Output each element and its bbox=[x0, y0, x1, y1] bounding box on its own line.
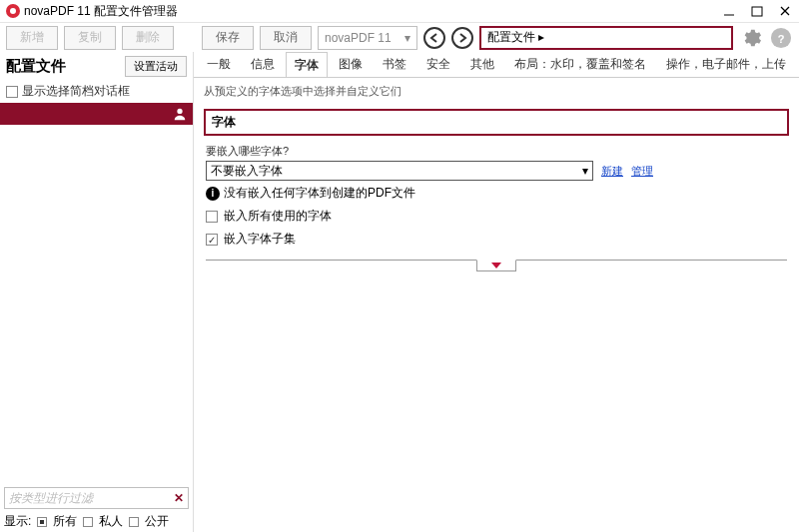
copy-button[interactable]: 复制 bbox=[64, 26, 116, 50]
section-divider bbox=[206, 260, 787, 273]
maximize-button[interactable] bbox=[749, 3, 765, 19]
chevron-down-icon: ▾ bbox=[404, 31, 410, 45]
info-icon: i bbox=[206, 187, 220, 201]
opt-private-radio[interactable] bbox=[83, 517, 93, 527]
svg-rect-1 bbox=[752, 7, 762, 16]
settings-gear-icon[interactable] bbox=[739, 26, 763, 50]
show-dialog-checkbox[interactable] bbox=[6, 86, 18, 98]
link-new[interactable]: 新建 bbox=[601, 164, 623, 179]
app-icon bbox=[6, 4, 20, 18]
tab-layout[interactable]: 布局：水印，覆盖和签名 bbox=[505, 52, 655, 77]
chevron-down-icon: ▾ bbox=[582, 164, 588, 178]
tab-info[interactable]: 信息 bbox=[242, 52, 284, 77]
set-active-button[interactable]: 设置活动 bbox=[125, 56, 187, 77]
tab-general[interactable]: 一般 bbox=[198, 52, 240, 77]
profile-dropdown[interactable]: novaPDF 11 ▾ bbox=[318, 26, 417, 50]
new-button[interactable]: 新增 bbox=[6, 26, 58, 50]
nav-back-button[interactable] bbox=[423, 27, 445, 49]
cancel-button[interactable]: 取消 bbox=[260, 26, 312, 50]
user-icon bbox=[173, 107, 187, 121]
sidebar-profile-band[interactable] bbox=[0, 103, 193, 125]
embed-all-checkbox[interactable] bbox=[206, 211, 218, 223]
info-text: 没有嵌入任何字体到创建的PDF文件 bbox=[224, 185, 415, 202]
tab-bar: 一般 信息 字体 图像 书签 安全 其他 布局：水印，覆盖和签名 操作，电子邮件… bbox=[194, 52, 799, 78]
opt-public-radio[interactable] bbox=[129, 517, 139, 527]
embed-dropdown-value: 不要嵌入字体 bbox=[211, 163, 283, 180]
delete-button[interactable]: 删除 bbox=[122, 26, 174, 50]
tab-other[interactable]: 其他 bbox=[461, 52, 503, 77]
opt-all-label: 所有 bbox=[53, 513, 77, 530]
svg-point-6 bbox=[177, 109, 182, 114]
collapse-toggle[interactable] bbox=[476, 260, 516, 271]
tab-fonts[interactable]: 字体 bbox=[286, 52, 328, 78]
clear-filter-icon[interactable]: ✕ bbox=[174, 491, 184, 505]
breadcrumb[interactable]: 配置文件 ▸ bbox=[479, 26, 733, 50]
opt-private-label: 私人 bbox=[99, 513, 123, 530]
embed-label: 要嵌入哪些字体? bbox=[206, 144, 787, 159]
embed-dropdown[interactable]: 不要嵌入字体 ▾ bbox=[206, 161, 593, 181]
opt-all-radio[interactable] bbox=[37, 517, 47, 527]
tab-images[interactable]: 图像 bbox=[330, 52, 372, 77]
minimize-button[interactable] bbox=[721, 3, 737, 19]
opt-public-label: 公开 bbox=[145, 513, 169, 530]
sidebar-title: 配置文件 bbox=[6, 57, 66, 76]
filter-placeholder: 按类型进行过滤 bbox=[9, 490, 93, 507]
profile-dropdown-value: novaPDF 11 bbox=[325, 31, 392, 45]
show-label: 显示: bbox=[4, 513, 31, 530]
tab-security[interactable]: 安全 bbox=[417, 52, 459, 77]
link-manage[interactable]: 管理 bbox=[631, 164, 653, 179]
tab-bookmarks[interactable]: 书签 bbox=[374, 52, 415, 77]
section-title: 字体 bbox=[204, 109, 789, 136]
help-icon[interactable]: ? bbox=[769, 26, 793, 50]
tab-description: 从预定义的字体选项中选择并自定义它们 bbox=[194, 78, 799, 105]
embed-all-label: 嵌入所有使用的字体 bbox=[224, 208, 332, 225]
triangle-down-icon bbox=[491, 263, 501, 268]
close-button[interactable] bbox=[777, 3, 793, 19]
window-title: novaPDF 11 配置文件管理器 bbox=[24, 3, 178, 20]
svg-text:?: ? bbox=[778, 32, 785, 44]
tab-actions[interactable]: 操作，电子邮件，上传 bbox=[657, 52, 795, 77]
nav-forward-button[interactable] bbox=[451, 27, 473, 49]
embed-subset-checkbox[interactable] bbox=[206, 234, 218, 246]
show-dialog-label: 显示选择简档对话框 bbox=[22, 83, 130, 100]
embed-subset-label: 嵌入字体子集 bbox=[224, 231, 296, 248]
save-button[interactable]: 保存 bbox=[202, 26, 254, 50]
filter-input[interactable]: 按类型进行过滤 ✕ bbox=[4, 487, 189, 509]
